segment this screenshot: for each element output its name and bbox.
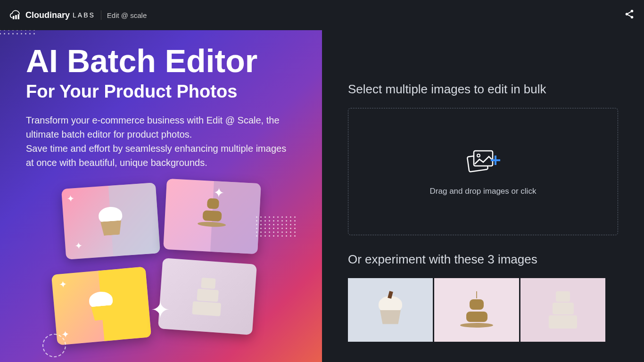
main-content: AI Batch Editor For Your Product Photos … <box>0 30 644 362</box>
hero-desc-line2: Save time and effort by seamlessly enhan… <box>26 143 286 168</box>
sample-image-macarons[interactable] <box>434 278 519 342</box>
svg-point-3 <box>631 10 634 13</box>
svg-rect-0 <box>13 16 15 19</box>
collage-card-1: ✦ ✦ <box>61 183 160 260</box>
dropzone-text: Drag and drop images or click <box>430 187 537 196</box>
hero-title: AI Batch Editor <box>26 44 296 78</box>
collage-card-4 <box>158 258 257 336</box>
samples-heading: Or experiment with these 3 images <box>348 252 618 267</box>
share-icon <box>624 9 635 19</box>
svg-point-5 <box>631 16 634 18</box>
decoration-circle <box>42 334 66 357</box>
svg-rect-1 <box>15 15 17 19</box>
hero-subtitle: For Your Product Photos <box>26 82 296 102</box>
upload-panel: Select multiple images to edit in bulk D… <box>322 30 644 362</box>
svg-point-4 <box>626 13 628 16</box>
upload-images-icon <box>464 147 502 175</box>
decoration-dots-right <box>256 216 294 245</box>
hero-panel: AI Batch Editor For Your Product Photos … <box>0 30 322 362</box>
app-header: Cloudinary LABS Edit @ scale <box>0 0 644 30</box>
brand-logo[interactable]: Cloudinary LABS <box>9 8 95 22</box>
share-button[interactable] <box>624 9 635 21</box>
labs-label: LABS <box>73 11 95 19</box>
collage-card-2: ✦ <box>163 179 261 254</box>
upload-dropzone[interactable]: Drag and drop images or click <box>348 108 618 235</box>
sample-image-cake[interactable] <box>520 278 605 342</box>
decoration-star: ✦ <box>151 296 170 323</box>
svg-line-7 <box>628 15 631 16</box>
svg-rect-9 <box>474 151 493 166</box>
product-name: Edit @ scale <box>107 11 147 19</box>
sample-image-cupcake[interactable] <box>348 278 433 342</box>
decoration-dots <box>0 30 33 54</box>
header-divider <box>101 10 101 20</box>
hero-desc-line1: Transform your e-commerce business with … <box>26 115 280 140</box>
hero-description: Transform your e-commerce business with … <box>26 113 296 170</box>
header-left: Cloudinary LABS Edit @ scale <box>9 8 147 22</box>
brand-name: Cloudinary <box>25 10 70 20</box>
cloudinary-logo-icon <box>9 8 23 22</box>
sample-images-grid <box>348 278 618 342</box>
svg-line-6 <box>628 12 631 14</box>
svg-rect-2 <box>18 14 20 19</box>
upload-heading: Select multiple images to edit in bulk <box>348 82 618 97</box>
collage-card-3: ✦ ✦ <box>51 267 151 346</box>
hero-image-collage: ✦ ✦ ✦ <box>59 181 295 360</box>
